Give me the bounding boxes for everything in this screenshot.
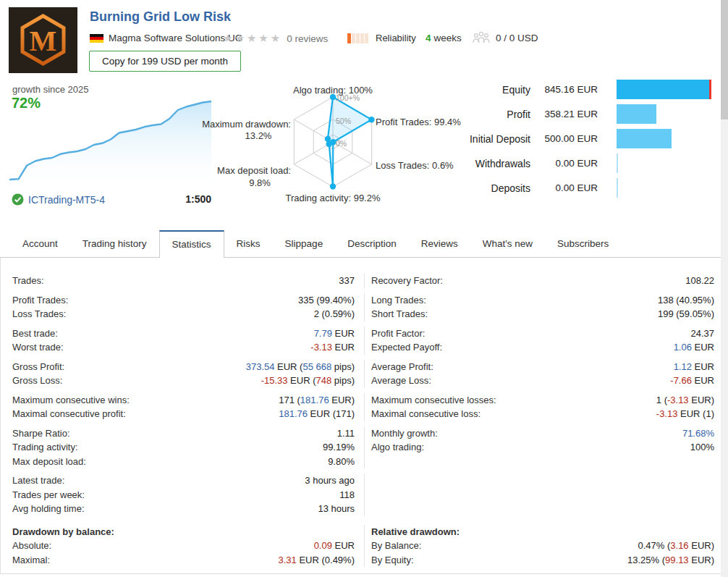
stat-value-segment: EUR ( xyxy=(274,361,302,372)
statistics-panel: Trades:337Recovery Factor:108.22Profit T… xyxy=(0,258,728,574)
stat-value: 24.37 xyxy=(690,328,714,339)
stat-row: Average Profit:1.12 EUR xyxy=(371,360,714,374)
stat-label: Best trade: xyxy=(12,328,58,339)
equity-panel: Equity845.16 EURProfit358.21 EURInitial … xyxy=(467,80,717,203)
stat-value-segment: EUR) xyxy=(689,540,714,551)
stat-value-segment: 335 (99.40%) xyxy=(298,295,355,306)
stat-row: Algo trading:100% xyxy=(371,440,714,455)
tab-risks[interactable]: Risks xyxy=(224,230,273,257)
stat-value-segment: 108.22 xyxy=(685,275,714,286)
radar-ring-label: 50% xyxy=(336,117,351,125)
equity-end-marker-icon xyxy=(709,80,711,99)
radar-axis-label: Trading activity: 99.2% xyxy=(285,193,380,203)
stat-group-left: Trades:337 xyxy=(1,274,364,288)
stat-value-segment: 199 (59.05%) xyxy=(658,308,714,319)
stat-row: Maximal:3.31 EUR (0.49%) xyxy=(12,553,355,568)
weeks-label: weeks xyxy=(434,33,462,43)
stat-label: Latest trade: xyxy=(12,475,64,486)
stat-group-right: Profit Factor:24.37Expected Payoff:1.06 … xyxy=(364,327,727,355)
reliability-bars-icon xyxy=(347,33,369,43)
stat-value: -15.33 EUR (748 pips) xyxy=(261,375,355,386)
stat-label: Max deposit load: xyxy=(12,456,86,467)
stat-value-segment: 3 hours ago xyxy=(305,475,355,486)
stat-value-segment: -15.33 xyxy=(261,375,288,386)
stat-value-segment: EUR) xyxy=(689,395,714,405)
tab-reviews[interactable]: Reviews xyxy=(409,230,470,257)
stat-label: Recovery Factor: xyxy=(371,275,443,286)
stat-group-left: Best trade:7.79 EURWorst trade:-3.13 EUR xyxy=(1,327,364,355)
stat-value-segment: 3.16 xyxy=(670,540,688,551)
stat-value: 1.11 xyxy=(337,428,355,439)
copy-signal-button[interactable]: Copy for 199 USD per month xyxy=(89,51,241,72)
bar-fill xyxy=(617,80,710,99)
stat-label: Expected Payoff: xyxy=(371,342,442,353)
stat-value-segment: EUR) xyxy=(689,555,714,565)
radar-axis-label: Maximum drawdown: xyxy=(202,119,291,130)
bar-fill xyxy=(617,153,618,173)
stat-value: 199 (59.05%) xyxy=(658,308,714,319)
tab-account[interactable]: Account xyxy=(10,230,70,257)
equity-row-bar xyxy=(617,80,716,99)
stat-value-segment: pips) xyxy=(331,361,355,372)
stat-value-segment: 1.12 xyxy=(674,361,692,372)
subscribers-count: 0 / 0 USD xyxy=(496,33,538,43)
stat-value-segment: 138 (40.95%) xyxy=(658,295,714,306)
stat-value: 335 (99.40%) xyxy=(298,295,355,306)
radar-data-point xyxy=(326,141,332,147)
stat-value-segment: 0.09 xyxy=(314,540,332,551)
stat-value-segment: EUR xyxy=(692,342,714,353)
page-title: Burning Grid Low Risk xyxy=(90,9,231,25)
stat-group: Gross Profit:373.54 EUR (55 668 pips)Gro… xyxy=(1,360,727,388)
stat-value: 1.06 EUR xyxy=(674,342,714,353)
stat-value-segment: 3.31 xyxy=(278,555,296,565)
stat-value-segment: -3.13 xyxy=(656,408,678,419)
equity-row-value: 0.00 EUR xyxy=(530,158,598,169)
stat-value-segment: 0.47% ( xyxy=(638,540,670,551)
stat-row-empty xyxy=(371,488,714,502)
stat-label: Trades per week: xyxy=(12,489,85,500)
equity-row-bar xyxy=(617,153,716,173)
scrollbar-thumb[interactable] xyxy=(721,0,728,119)
tab-slippage[interactable]: Slippage xyxy=(273,230,336,257)
stat-label: Absolute: xyxy=(12,540,51,551)
tab-description[interactable]: Description xyxy=(335,230,409,257)
tab-statistics[interactable]: Statistics xyxy=(159,230,224,258)
stat-row: Expected Payoff:1.06 EUR xyxy=(371,340,714,355)
stat-value-segment: 1 ( xyxy=(656,395,667,405)
bar-fill xyxy=(617,178,618,198)
reviews-link[interactable]: 0 reviews xyxy=(287,33,328,44)
stat-row: Avg holding time:13 hours xyxy=(12,502,355,516)
germany-flag-icon xyxy=(90,34,103,43)
stat-row: Gross Profit:373.54 EUR (55 668 pips) xyxy=(12,360,355,374)
stat-group-left: Maximum consecutive wins:171 (181.76 EUR… xyxy=(1,393,364,421)
stat-label: Profit Trades: xyxy=(12,295,68,306)
tab-trading-history[interactable]: Trading history xyxy=(70,230,159,257)
svg-text:M: M xyxy=(30,25,57,57)
stat-row-empty xyxy=(371,502,714,516)
radar-axis-label: Loss Trades: 0.6% xyxy=(376,160,454,171)
equity-row-initial-deposit: Initial Deposit500.00 EUR xyxy=(467,129,717,148)
stat-value-segment: EUR xyxy=(692,361,714,372)
bar-fill xyxy=(617,104,656,124)
stat-group: Best trade:7.79 EURWorst trade:-3.13 EUR… xyxy=(1,327,727,355)
radar-chart: 100+%50%0%Algo trading: 100%Profit Trade… xyxy=(213,81,464,215)
account-link[interactable]: ICTrading-MT5-4 xyxy=(28,194,105,206)
radar-data-point xyxy=(325,136,331,142)
tab-what-s-new[interactable]: What's new xyxy=(470,230,545,257)
equity-row-value: 845.16 EUR xyxy=(530,84,598,95)
equity-row-deposits: Deposits0.00 EUR xyxy=(467,178,717,198)
stat-label: Average Loss: xyxy=(371,375,431,386)
reliability-label: Reliability xyxy=(376,33,416,43)
equity-row-bar xyxy=(617,104,716,124)
equity-row-label: Deposits xyxy=(467,182,530,194)
signal-age: 4weeks xyxy=(426,33,462,43)
account-row: ICTrading-MT5-4 xyxy=(12,193,105,206)
stat-group-right: Relative drawdown:By Balance:0.47% (3.16… xyxy=(364,525,727,568)
tab-subscribers[interactable]: Subscribers xyxy=(545,230,621,257)
stat-value: 3 hours ago xyxy=(305,475,355,486)
equity-row-bar xyxy=(617,178,716,198)
stat-row: Short Trades:199 (59.05%) xyxy=(371,307,714,321)
equity-row-withdrawals: Withdrawals0.00 EUR xyxy=(467,153,717,173)
stat-row: Maximum consecutive wins:171 (181.76 EUR… xyxy=(12,393,355,408)
author-row: Magma Software Solutions UG xyxy=(90,33,242,43)
